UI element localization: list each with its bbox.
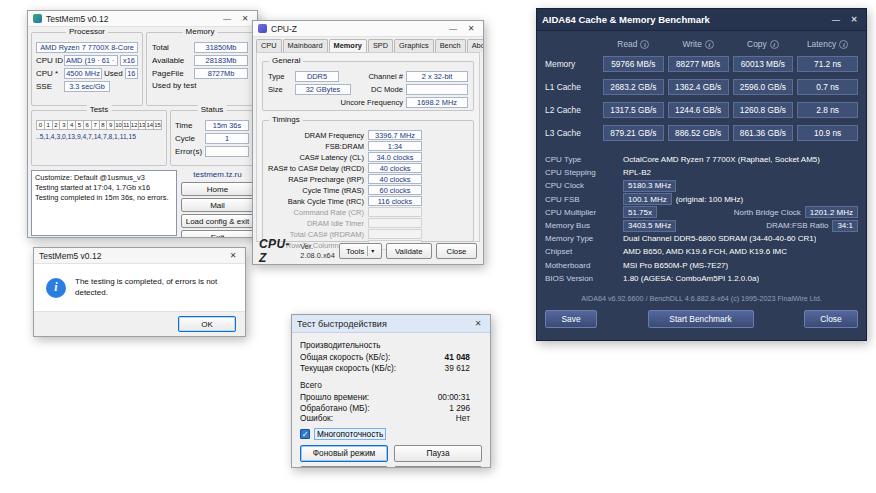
home-button[interactable]: Home — [181, 182, 254, 196]
log-line: Testing started at 17:04, 1.7Gb x16 — [35, 183, 173, 193]
dialog-titlebar[interactable]: TestMem5 v0.12 ✕ — [34, 248, 245, 264]
start-benchmark-button[interactable]: Start Benchmark — [648, 310, 754, 328]
tools-button[interactable]: Tools ▾ — [339, 243, 382, 259]
close-button[interactable]: Close — [804, 310, 858, 328]
timing-label: Bank Cycle Time (tRC) — [268, 197, 364, 206]
tab-spd[interactable]: SPD — [368, 39, 393, 52]
tab-graphics[interactable]: Graphics — [394, 39, 434, 52]
test-cell: 8 — [100, 120, 108, 130]
cancel-button[interactable]: Отмена — [300, 466, 388, 469]
memory-read-value: 59766 MB/s — [603, 56, 664, 72]
test-cell: 7 — [92, 120, 100, 130]
dialog-message: The testing is completed, of errors is n… — [75, 277, 233, 298]
time-label: Time — [175, 121, 203, 130]
l2-copy-value: 1260.8 GB/s — [733, 102, 794, 118]
load-config-exit-button[interactable]: Load config & exit — [181, 214, 254, 228]
ok-button[interactable]: OK — [178, 316, 236, 332]
cpuz-titlebar[interactable]: CPU-Z — ✕ — [253, 21, 483, 37]
used-field: 16 — [125, 68, 138, 79]
cpu-fsb-value: 100.1 MHz — [623, 193, 672, 205]
aida64-titlebar[interactable]: AIDA64 Cache & Memory Benchmark — ✕ — [537, 9, 866, 31]
mail-button[interactable]: Mail — [181, 198, 254, 212]
cpuz-version: Ver. 2.08.0.x64 — [300, 242, 335, 260]
timing-label: RAS# Precharge (tRP) — [268, 175, 364, 184]
current-speed-value: 39 612 — [410, 363, 482, 373]
status-legend: Status — [198, 105, 227, 114]
bench-row-label: L2 Cache — [545, 105, 599, 115]
save-button[interactable]: Save — [545, 310, 597, 328]
multithreading-checkbox-row: ✓ Многопоточность — [300, 428, 482, 440]
website-link[interactable]: testmem.tz.ru — [181, 170, 254, 179]
exit-button[interactable]: Exit — [181, 230, 254, 238]
sevenzip-titlebar[interactable]: Тест быстродействия ✕ — [292, 315, 490, 333]
type-label: Type — [268, 72, 292, 81]
testmem5-titlebar[interactable]: TestMem5 v0.12 — ✕ — [28, 11, 257, 27]
pagefile-field: 8727Mb — [194, 68, 248, 79]
minimize-icon[interactable]: — — [220, 14, 234, 23]
sevenzip-button-row-1: Фоновый режим Пауза — [300, 445, 482, 462]
cpuz-tab-bar: CPU Mainboard Memory SPD Graphics Bench … — [253, 37, 483, 52]
l3-write-value: 886.52 GB/s — [668, 125, 729, 141]
info-icon[interactable]: i — [705, 40, 714, 49]
close-icon[interactable]: ✕ — [464, 24, 478, 33]
memory-groupbox: Memory Total 31850Mb Available 28183Mb P… — [146, 32, 254, 106]
help-button[interactable]: Справка — [394, 466, 482, 469]
close-button[interactable]: Close — [436, 243, 477, 259]
timing-field — [368, 207, 422, 217]
aida64-window: AIDA64 Cache & Memory Benchmark — ✕ Read… — [536, 8, 867, 341]
time-field: 15m 36s — [205, 120, 249, 131]
l2-read-value: 1317.5 GB/s — [603, 102, 664, 118]
close-icon[interactable]: ✕ — [238, 14, 252, 23]
chevron-down-icon[interactable]: ▾ — [367, 246, 374, 256]
timings-legend: Timings — [269, 115, 303, 124]
minimize-icon[interactable]: — — [446, 24, 460, 33]
performance-section-header: Производительность — [300, 340, 482, 350]
status-groupbox: Status Time 15m 36s Cycle 1 Error(s) — [170, 110, 254, 166]
tab-bench[interactable]: Bench — [435, 39, 466, 52]
close-icon[interactable]: ✕ — [471, 319, 485, 328]
sse-field: 3.3 sec/Gb — [64, 81, 110, 92]
tab-about[interactable]: About — [467, 39, 484, 52]
close-icon[interactable]: ✕ — [226, 251, 240, 260]
tab-memory[interactable]: Memory — [329, 39, 367, 53]
memory-latency-value: 71.2 ns — [797, 56, 858, 72]
bench-header-row: Readi Writei Copyi Latencyi — [545, 39, 858, 49]
cpu-id-label: CPU ID — [36, 56, 62, 65]
tab-mainboard[interactable]: Mainboard — [283, 39, 328, 52]
motherboard-value: MSI Pro B650M-P (MS-7E27) — [623, 261, 728, 270]
cpu-multiplier-label: CPU Multiplier — [545, 208, 623, 217]
cpu-clock-field: 4500 MHz — [64, 68, 102, 79]
log-line: Customize: Default @1usmus_v3 — [35, 173, 173, 183]
log-textarea: Customize: Default @1usmus_v3 Testing st… — [31, 170, 177, 236]
pause-button[interactable]: Пауза — [394, 445, 482, 462]
timing-label: RAS# to CAS# Delay (tRCD) — [268, 164, 364, 173]
type-field: DDR5 — [295, 71, 339, 82]
background-mode-button[interactable]: Фоновый режим — [300, 445, 388, 462]
total-speed-value: 41 048 — [410, 352, 482, 362]
north-bridge-clock-value: 1201.2 MHz — [805, 206, 858, 218]
tools-button-label: Tools — [346, 247, 364, 256]
cpu-multiplier-value: 51.75x — [623, 206, 657, 218]
processor-groupbox: Processor AMD Ryzen 7 7700X 8-Core CPU I… — [31, 32, 143, 106]
general-groupbox: General Type DDR5 Channel # 2 x 32-bit S… — [262, 61, 474, 111]
bench-row-l3: L3 Cache 879.21 GB/s 886.52 GB/s 861.36 … — [545, 125, 858, 141]
l1-read-value: 2683.2 GB/s — [603, 79, 664, 95]
test-cell: 15 — [154, 120, 162, 130]
close-icon[interactable]: ✕ — [847, 15, 861, 24]
processed-value: 1 296 — [410, 403, 482, 413]
processor-legend: Processor — [66, 27, 108, 36]
info-icon[interactable]: i — [839, 40, 848, 49]
timing-field: 1:34 — [368, 141, 422, 151]
memory-type-value: Dual Channel DDR5-6800 SDRAM (34-40-40-6… — [623, 234, 816, 243]
tab-cpu[interactable]: CPU — [256, 39, 282, 52]
info-icon[interactable]: i — [770, 40, 779, 49]
validate-button[interactable]: Validate — [386, 243, 432, 259]
test-cell: 4 — [68, 120, 76, 130]
read-column-header: Read — [617, 39, 637, 49]
uncore-label: Uncore Frequency — [325, 98, 403, 107]
info-icon[interactable]: i — [640, 40, 649, 49]
dram-fsb-ratio-label: DRAM:FSB Ratio — [766, 221, 828, 230]
multithreading-checkbox[interactable]: ✓ — [300, 429, 310, 439]
cpuz-window: CPU-Z — ✕ CPU Mainboard Memory SPD Graph… — [252, 20, 484, 265]
minimize-icon[interactable]: — — [829, 15, 843, 24]
